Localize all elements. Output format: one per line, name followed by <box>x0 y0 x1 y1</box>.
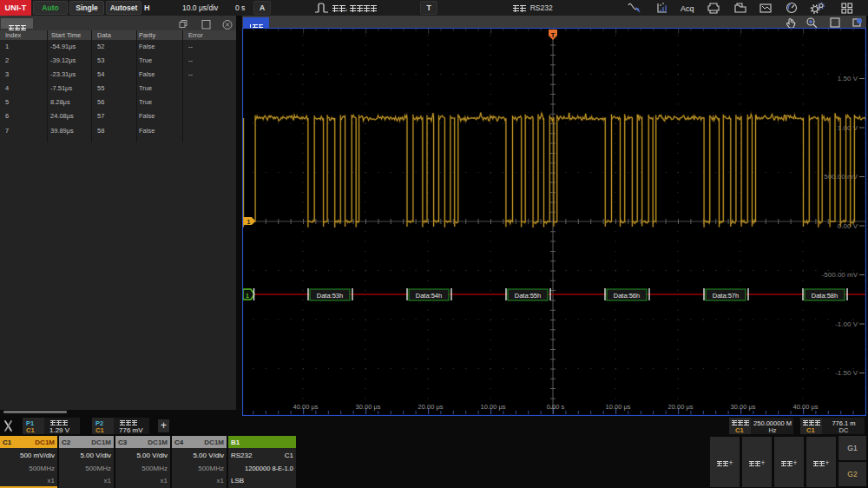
svg-text:40.00 μs: 40.00 μs <box>793 403 819 411</box>
svg-text:-1.00 V: -1.00 V <box>835 320 858 328</box>
svg-text:Data:56h: Data:56h <box>614 292 640 300</box>
svg-text:Data:54h: Data:54h <box>416 292 442 300</box>
svg-text:T: T <box>551 31 556 39</box>
svg-text:1: 1 <box>247 219 251 225</box>
svg-text:-500.00 mV: -500.00 mV <box>822 271 858 279</box>
svg-text:40.00 μs: 40.00 μs <box>293 403 319 411</box>
svg-text:10.00 μs: 10.00 μs <box>606 403 631 411</box>
svg-text:20.00 μs: 20.00 μs <box>418 403 444 411</box>
svg-text:Data:53h: Data:53h <box>317 292 343 300</box>
svg-text:Data:55h: Data:55h <box>515 292 541 300</box>
svg-text:-1.50 V: -1.50 V <box>835 369 858 377</box>
svg-text:Acq: Acq <box>681 4 694 13</box>
svg-text:0.00 s: 0.00 s <box>547 403 565 411</box>
svg-text:30.00 μs: 30.00 μs <box>356 403 381 411</box>
svg-text:10.00 μs: 10.00 μs <box>481 403 506 411</box>
svg-text:Data:57h: Data:57h <box>713 292 739 300</box>
svg-text:30.00 μs: 30.00 μs <box>731 403 756 411</box>
svg-text:Data:58h: Data:58h <box>812 292 838 300</box>
svg-text:1.50 V: 1.50 V <box>838 75 858 82</box>
svg-text:1: 1 <box>246 293 249 299</box>
svg-text:20.00 μs: 20.00 μs <box>668 403 694 411</box>
